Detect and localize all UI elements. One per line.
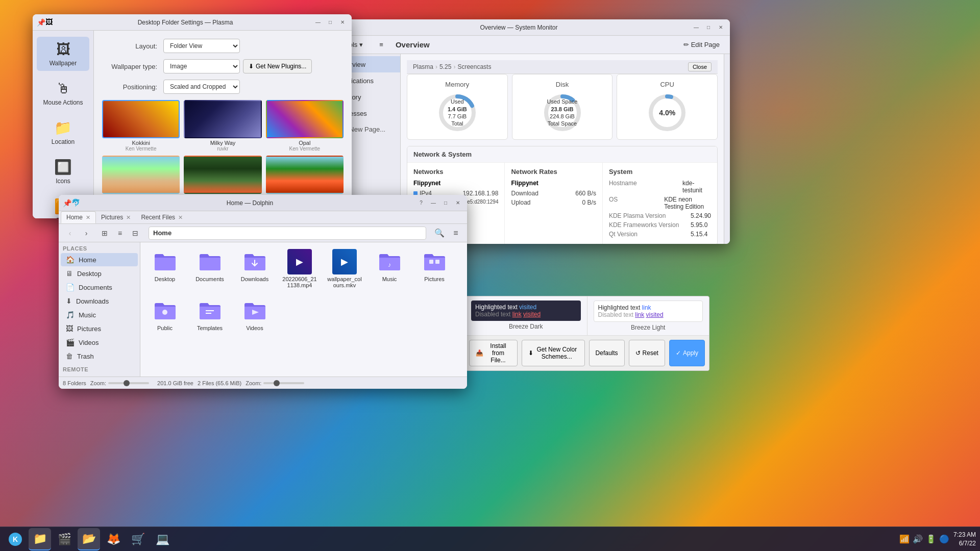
hostname-row: Hostname kde-testunit <box>609 180 711 194</box>
network-rates-title: Network Rates <box>511 168 596 176</box>
statusbar-zoom1: Zoom: <box>90 380 149 386</box>
network-upload-row: Upload 0 B/s <box>511 199 596 206</box>
sysmon-hamburger-button[interactable]: ≡ <box>375 39 387 51</box>
dolphin-sidebar-desktop[interactable]: 🖥 Desktop <box>61 267 138 280</box>
dolphin-tab-recentfiles[interactable]: Recent Files ✕ <box>136 211 188 223</box>
dolphin-minimize-button[interactable]: — <box>428 198 438 208</box>
taskbar-kde-button[interactable]: K <box>4 528 27 550</box>
dolphin-window-controls: ? — □ ✕ <box>416 198 463 208</box>
dfs-sidebar-location[interactable]: 📁 Location <box>37 115 89 149</box>
sysmon-close-button[interactable]: ✕ <box>716 22 726 33</box>
apply-button[interactable]: ✓ Apply <box>669 340 705 366</box>
dolphin-icon-view-button[interactable]: ⊞ <box>97 226 112 240</box>
zoom-thumb-2[interactable] <box>274 380 280 386</box>
folder-videos[interactable]: Videos <box>234 295 275 334</box>
dolphin-detail-view-button[interactable]: ⊟ <box>128 226 142 240</box>
dolphin-sidebar-downloads[interactable]: ⬇ Downloads <box>61 294 138 308</box>
dfs-minimize-button[interactable]: — <box>313 17 323 28</box>
sysmon-close-path-button[interactable]: Close <box>688 62 712 71</box>
dfs-pin-icon[interactable]: 📌 <box>37 18 45 27</box>
frameworks-row: KDE Frameworks Version 5.95.0 <box>609 221 711 229</box>
disk-title: Disk <box>556 81 569 88</box>
dfs-layout-row: Layout: Folder View <box>102 39 344 53</box>
dfs-positioning-label: Positioning: <box>102 83 163 91</box>
dolphin-menu-button[interactable]: ≡ <box>449 226 463 240</box>
dfs-window: 📌 🖼 Desktop Folder Settings — Plasma — □… <box>33 14 352 218</box>
dolphin-sidebar-pictures[interactable]: 🖼 Pictures <box>61 322 138 335</box>
dolphin-tab-pictures[interactable]: Pictures ✕ <box>96 211 136 223</box>
dolphin-sidebar-videos[interactable]: 🎬 Videos <box>61 336 138 349</box>
dolphin-forward-button[interactable]: › <box>79 226 93 240</box>
taskbar-app-1[interactable]: 📁 <box>29 528 51 550</box>
dfs-close-button[interactable]: ✕ <box>337 17 348 28</box>
folder-documents[interactable]: Documents <box>189 246 230 291</box>
dolphin-help-button[interactable]: ? <box>416 198 426 208</box>
taskbar-app-2[interactable]: 🎬 <box>53 528 76 550</box>
folder-downloads[interactable]: Downloads <box>234 246 275 291</box>
taskbar-app-terminal[interactable]: 💻 <box>151 528 174 550</box>
install-from-file-button[interactable]: 📥 Install from File... <box>469 340 518 366</box>
dolphin-location-bar[interactable]: Home <box>149 227 426 240</box>
dolphin-sidebar-trash[interactable]: 🗑 Trash <box>61 349 138 363</box>
folder-desktop[interactable]: Desktop <box>144 246 185 291</box>
wallpaper-milkyway-author: ruvkr <box>217 146 228 152</box>
folder-music[interactable]: ♪ Music <box>369 246 410 291</box>
video-mkv[interactable]: ▶ wallpaper_colours.mkv <box>324 246 365 291</box>
sysmon-scrollbar[interactable] <box>724 54 730 244</box>
zoom-slider-2[interactable] <box>263 382 304 384</box>
wallpaper-milkyway[interactable]: Milky Way ruvkr <box>184 100 261 152</box>
dfs-get-plugins-button[interactable]: ⬇ Get New Plugins... <box>243 59 312 73</box>
tab-home-close[interactable]: ✕ <box>86 214 90 221</box>
dolphin-list-view-button[interactable]: ≡ <box>113 226 127 240</box>
video-mp4[interactable]: ▶ 20220606_211138.mp4 <box>279 246 320 291</box>
folder-downloads-name: Downloads <box>241 276 268 282</box>
dolphin-close-button[interactable]: ✕ <box>453 198 463 208</box>
tab-pictures-close[interactable]: ✕ <box>126 214 131 221</box>
get-color-schemes-button[interactable]: ⬇ Get New Color Schemes... <box>522 340 585 366</box>
sysmon-minimize-button[interactable]: — <box>691 22 701 33</box>
tab-recentfiles-close[interactable]: ✕ <box>178 214 183 221</box>
wallpaper-opal-author: Ken Vermette <box>289 146 321 152</box>
dolphin-sidebar-music[interactable]: 🎵 Music <box>61 308 138 321</box>
taskbar-app-discover[interactable]: 🛒 <box>127 528 149 550</box>
dfs-positioning-select[interactable]: Scaled and Cropped <box>163 80 240 94</box>
zoom-slider-1[interactable] <box>108 382 149 384</box>
taskbar-app-firefox[interactable]: 🦊 <box>102 528 125 550</box>
dolphin-maximize-button[interactable]: □ <box>440 198 451 208</box>
dolphin-pin-icon[interactable]: 📌 <box>63 199 71 207</box>
dfs-sidebar: 🖼 Wallpaper 🖱 Mouse Actions 📁 Location 🔲… <box>33 31 94 218</box>
taskbar-clock[interactable]: 7:23 AM 6/7/22 <box>953 531 976 548</box>
defaults-button[interactable]: Defaults <box>589 340 625 366</box>
folder-pictures-icon <box>422 249 447 274</box>
wallpaper-kokkini[interactable]: Kokkini Ken Vermette <box>102 100 180 152</box>
folder-templates[interactable]: Templates <box>189 295 230 334</box>
sysmon-maximize-button[interactable]: □ <box>703 22 714 33</box>
sysmon-edit-page-button[interactable]: ✏ Edit Page <box>679 39 724 51</box>
wallpaper-opal[interactable]: Opal Ken Vermette <box>266 100 344 152</box>
videos-icon: 🎬 <box>66 338 75 346</box>
disk-donut-text: Used Space 23.8 GiB 224.8 GiB Total Spac… <box>542 92 583 133</box>
taskbar-app-3[interactable]: 📂 <box>78 528 100 550</box>
folder-public[interactable]: Public <box>144 295 185 334</box>
dfs-sidebar-icons[interactable]: 🔲 Icons <box>37 155 89 189</box>
dolphin-back-button[interactable]: ‹ <box>63 226 77 240</box>
dfs-maximize-button[interactable]: □ <box>325 17 335 28</box>
zoom-thumb-1[interactable] <box>124 380 130 386</box>
folder-pictures[interactable]: Pictures <box>414 246 455 291</box>
taskbar-left: K 📁 🎬 📂 🦊 🛒 💻 <box>4 528 174 550</box>
folder-templates-icon <box>198 298 222 323</box>
dolphin-sidebar-home[interactable]: 🏠 Home <box>61 253 138 266</box>
networks-name: Flippynet <box>413 180 498 187</box>
download-icon: ⬇ <box>249 63 254 70</box>
reset-button[interactable]: ↺ Reset <box>629 340 665 366</box>
dfs-sidebar-wallpaper[interactable]: 🖼 Wallpaper <box>37 37 89 71</box>
dolphin-sidebar-documents[interactable]: 📄 Documents <box>61 281 138 294</box>
wallpaper-autumn-thumb <box>266 156 344 194</box>
dfs-layout-select[interactable]: Folder View <box>163 39 240 53</box>
dolphin-search-button[interactable]: 🔍 <box>432 226 447 240</box>
dolphin-tab-home[interactable]: Home ✕ <box>61 211 96 223</box>
dfs-wallpapertype-select[interactable]: Image <box>163 59 240 73</box>
breeze-dark-preview: Highlighted text visited Disabled text l… <box>471 300 581 321</box>
folder-videos-name: Videos <box>246 325 263 331</box>
dfs-sidebar-mouse[interactable]: 🖱 Mouse Actions <box>37 76 89 110</box>
